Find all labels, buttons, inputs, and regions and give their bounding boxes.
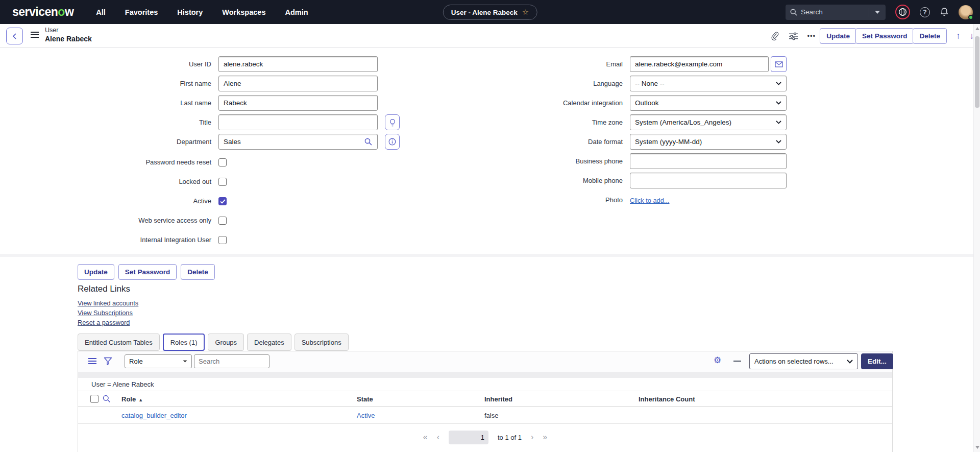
column-header-role[interactable]: Role▲ bbox=[121, 391, 143, 408]
back-button[interactable] bbox=[6, 28, 23, 44]
nav-item-history[interactable]: History bbox=[177, 8, 203, 16]
scroll-down-icon[interactable] bbox=[975, 446, 979, 449]
tab-entitled-custom-tables[interactable]: Entitled Custom Tables bbox=[78, 334, 160, 351]
web-service-access-only-checkbox[interactable] bbox=[218, 217, 227, 225]
scroll-up-icon[interactable] bbox=[975, 27, 979, 30]
delete-button[interactable]: Delete bbox=[913, 28, 947, 44]
context-pill-label: User - Alene Rabeck bbox=[451, 9, 518, 16]
header-button-row: Update Set Password Delete bbox=[825, 28, 947, 44]
tab-delegates[interactable]: Delegates bbox=[247, 334, 291, 351]
calendar-integration-select[interactable]: Outlook bbox=[630, 95, 787, 111]
select-all-checkbox[interactable] bbox=[90, 395, 99, 403]
footer-delete-button[interactable]: Delete bbox=[181, 264, 215, 280]
first-page-icon[interactable]: « bbox=[423, 433, 428, 441]
nav-item-workspaces[interactable]: Workspaces bbox=[222, 8, 265, 16]
search-input[interactable] bbox=[801, 8, 869, 16]
reset-a-password-link[interactable]: Reset a password bbox=[78, 319, 138, 326]
list-settings-gear-icon[interactable]: ⚙ bbox=[714, 356, 721, 365]
table-row: catalog_builder_editor Active false bbox=[78, 407, 892, 424]
next-page-icon[interactable]: › bbox=[531, 433, 533, 441]
notifications-bell-icon[interactable] bbox=[940, 7, 949, 17]
column-header-inheritance-count[interactable]: Inheritance Count bbox=[639, 391, 695, 407]
vertical-scrollbar[interactable] bbox=[973, 24, 980, 452]
department-preview-button[interactable] bbox=[385, 134, 400, 150]
tab-groups[interactable]: Groups bbox=[208, 334, 244, 351]
last-name-input[interactable] bbox=[218, 95, 378, 111]
title-suggestion-button[interactable] bbox=[385, 114, 400, 130]
view-linked-accounts-link[interactable]: View linked accounts bbox=[78, 299, 138, 307]
password-needs-reset-label: Password needs reset bbox=[46, 154, 211, 170]
language-label: Language bbox=[475, 76, 623, 91]
send-email-button[interactable] bbox=[771, 56, 787, 72]
presence-dot bbox=[968, 15, 973, 20]
filter-funnel-icon[interactable] bbox=[104, 357, 112, 366]
collapse-list-icon[interactable] bbox=[733, 361, 741, 362]
chevron-down-icon bbox=[776, 121, 781, 124]
photo-add-link[interactable]: Click to add... bbox=[630, 197, 670, 204]
record-type-label: User bbox=[45, 27, 58, 34]
email-input[interactable] bbox=[630, 56, 769, 72]
tab-roles[interactable]: Roles (1) bbox=[163, 334, 205, 351]
list-controls: Role ⚙ Actions on selected rows... Edit.… bbox=[78, 351, 892, 372]
list-breadcrumb-row: User = Alene Rabeck bbox=[78, 378, 892, 391]
locked-out-checkbox[interactable] bbox=[218, 178, 227, 186]
language-select[interactable]: -- None -- bbox=[630, 76, 787, 91]
mobile-phone-input[interactable] bbox=[630, 173, 787, 188]
department-input[interactable] bbox=[218, 134, 378, 150]
password-needs-reset-checkbox[interactable] bbox=[218, 158, 227, 166]
chevron-down-icon bbox=[875, 11, 880, 14]
state-cell-link[interactable]: Active bbox=[357, 407, 375, 424]
update-button[interactable]: Update bbox=[820, 28, 856, 44]
previous-page-icon[interactable]: ‹ bbox=[437, 433, 439, 441]
nav-item-admin[interactable]: Admin bbox=[285, 8, 308, 16]
title-input[interactable] bbox=[218, 114, 378, 130]
nav-menu: All Favorites History Workspaces Admin bbox=[96, 8, 308, 16]
tab-subscriptions[interactable]: Subscriptions bbox=[295, 334, 349, 351]
favorite-star-icon[interactable]: ☆ bbox=[522, 8, 529, 17]
search-scope-dropdown[interactable] bbox=[869, 11, 886, 14]
column-header-state[interactable]: State bbox=[357, 391, 373, 407]
scrollbar-thumb[interactable] bbox=[975, 36, 979, 108]
attachment-paperclip-icon[interactable] bbox=[770, 31, 779, 41]
list-context-menu-icon[interactable] bbox=[88, 358, 96, 366]
last-page-icon[interactable]: » bbox=[543, 433, 547, 441]
edit-button[interactable]: Edit... bbox=[861, 353, 893, 369]
user-avatar[interactable] bbox=[959, 5, 973, 19]
column-search-icon[interactable] bbox=[103, 395, 111, 403]
mobile-phone-label: Mobile phone bbox=[475, 173, 623, 188]
servicenow-logo[interactable]: servicenow bbox=[12, 5, 74, 19]
nav-item-favorites[interactable]: Favorites bbox=[125, 8, 158, 16]
context-pill[interactable]: User - Alene Rabeck ☆ bbox=[443, 5, 537, 20]
list-breadcrumb[interactable]: User = Alene Rabeck bbox=[91, 380, 154, 388]
locked-out-label: Locked out bbox=[46, 174, 211, 189]
global-search bbox=[786, 5, 886, 20]
inherited-cell: false bbox=[484, 407, 498, 424]
list-search-input[interactable] bbox=[194, 354, 270, 368]
help-button[interactable]: ? bbox=[920, 7, 930, 17]
section-divider bbox=[0, 254, 980, 257]
column-header-inherited[interactable]: Inherited bbox=[484, 391, 512, 407]
date-format-label: Date format bbox=[475, 134, 623, 150]
nav-item-all[interactable]: All bbox=[96, 8, 106, 16]
view-subscriptions-link[interactable]: View Subscriptions bbox=[78, 309, 138, 317]
footer-set-password-button[interactable]: Set Password bbox=[118, 264, 177, 280]
first-name-input[interactable] bbox=[218, 76, 378, 91]
list-search-field-select[interactable]: Role bbox=[125, 354, 192, 368]
connect-globe-button[interactable] bbox=[895, 5, 910, 19]
business-phone-input[interactable] bbox=[630, 153, 787, 169]
internal-integration-user-checkbox[interactable] bbox=[218, 236, 227, 244]
previous-record-arrow-icon[interactable]: ↑ bbox=[956, 31, 961, 41]
personalize-form-sliders-icon[interactable] bbox=[789, 32, 798, 40]
active-checkbox[interactable] bbox=[218, 197, 227, 205]
department-lookup-icon[interactable] bbox=[364, 138, 372, 146]
actions-on-selected-rows-select[interactable]: Actions on selected rows... bbox=[749, 353, 858, 369]
time-zone-select[interactable]: System (America/Los_Angeles) bbox=[630, 114, 787, 130]
current-page-input[interactable]: 1 bbox=[449, 431, 488, 444]
role-cell-link[interactable]: catalog_builder_editor bbox=[121, 407, 187, 424]
more-options-icon[interactable]: ••• bbox=[807, 32, 816, 40]
date-format-select[interactable]: System (yyyy-MM-dd) bbox=[630, 134, 787, 150]
set-password-button[interactable]: Set Password bbox=[855, 28, 914, 44]
form-context-menu-icon[interactable] bbox=[31, 32, 39, 39]
footer-update-button[interactable]: Update bbox=[78, 264, 114, 280]
user-id-input[interactable] bbox=[218, 56, 378, 72]
